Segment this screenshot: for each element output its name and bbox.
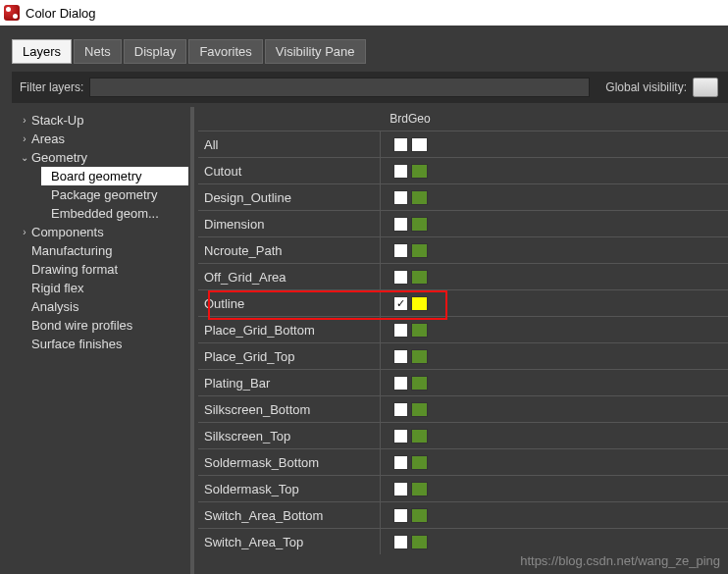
filter-input[interactable] — [89, 78, 590, 97]
tab-visibility-pane[interactable]: Visibility Pane — [265, 39, 366, 64]
tree-item-board-geometry[interactable]: Board geometry — [41, 167, 188, 185]
visibility-checkbox[interactable] — [393, 323, 408, 338]
layer-row: Plating_Bar — [198, 369, 728, 395]
layer-name: Design_Outline — [198, 184, 381, 210]
visibility-checkbox[interactable] — [393, 535, 408, 549]
visibility-checkbox[interactable] — [393, 402, 408, 417]
tree-item-rigid-flex[interactable]: Rigid flex — [14, 279, 188, 297]
layer-row: Off_Grid_Area — [198, 263, 728, 289]
visibility-checkbox[interactable] — [393, 482, 408, 496]
chevron-right-icon: › — [18, 115, 31, 126]
tree-item-package-geometry[interactable]: Package geometry — [14, 185, 188, 204]
layer-name: All — [198, 131, 381, 157]
layer-row: Ncroute_Path — [198, 236, 728, 263]
layer-name: Silkscreen_Top — [198, 423, 381, 448]
layer-row: Place_Grid_Bottom — [198, 316, 728, 342]
color-swatch[interactable] — [411, 455, 428, 470]
layer-name: Ncroute_Path — [198, 237, 381, 263]
visibility-checkbox[interactable] — [393, 349, 408, 364]
visibility-checkbox[interactable]: ✓ — [393, 296, 408, 311]
global-visibility-label: Global visibility: — [605, 80, 687, 94]
color-swatch[interactable] — [411, 482, 428, 496]
tree-item-analysis[interactable]: Analysis — [14, 297, 188, 316]
tree-item-embedded-geom[interactable]: Embedded geom... — [14, 204, 188, 223]
titlebar: Color Dialog — [0, 0, 728, 26]
color-swatch[interactable] — [411, 535, 428, 549]
tab-nets[interactable]: Nets — [74, 39, 122, 64]
app-icon — [4, 5, 20, 21]
layer-row: Soldermask_Top — [198, 475, 728, 501]
chevron-right-icon: › — [18, 133, 31, 144]
layer-row: Soldermask_Bottom — [198, 448, 728, 475]
tree-item-areas[interactable]: ›Areas — [14, 130, 188, 148]
chevron-down-icon: ⌄ — [18, 152, 31, 163]
layer-row: Dimension — [198, 210, 728, 236]
tree-item-surface-finishes[interactable]: Surface finishes — [14, 335, 188, 353]
grid-header: BrdGeo — [198, 107, 728, 130]
layer-row: Silkscreen_Top — [198, 422, 728, 448]
column-header-brdgeo: BrdGeo — [381, 112, 440, 126]
layer-row: Silkscreen_Bottom — [198, 395, 728, 422]
layer-name: Soldermask_Top — [198, 476, 381, 501]
layer-grid: BrdGeo AllCutoutDesign_OutlineDimensionN… — [198, 107, 728, 574]
color-swatch[interactable] — [411, 323, 428, 338]
visibility-checkbox[interactable] — [393, 455, 408, 470]
color-swatch[interactable] — [411, 349, 428, 364]
color-swatch[interactable] — [411, 508, 428, 523]
visibility-checkbox[interactable] — [393, 508, 408, 523]
layer-row: Cutout — [198, 157, 728, 183]
color-swatch[interactable] — [411, 164, 428, 179]
layer-tree: ›Stack-Up ›Areas ⌄Geometry Board geometr… — [12, 107, 194, 574]
visibility-checkbox[interactable] — [393, 376, 408, 391]
layer-name: Silkscreen_Bottom — [198, 396, 381, 422]
visibility-checkbox[interactable] — [393, 429, 408, 444]
tree-item-geometry[interactable]: ⌄Geometry — [14, 148, 188, 167]
layer-row: Outline✓ — [198, 289, 728, 316]
color-swatch[interactable] — [411, 270, 428, 285]
tab-display[interactable]: Display — [124, 39, 187, 64]
tree-item-components[interactable]: ›Components — [14, 223, 188, 241]
layer-row: Switch_Area_Top — [198, 528, 728, 554]
layer-name: Soldermask_Bottom — [198, 449, 381, 475]
layer-row: Switch_Area_Bottom — [198, 501, 728, 528]
color-swatch[interactable] — [411, 296, 428, 311]
visibility-checkbox[interactable] — [393, 137, 408, 152]
layer-name: Switch_Area_Bottom — [198, 502, 381, 528]
layer-row: Place_Grid_Top — [198, 342, 728, 369]
window-title: Color Dialog — [26, 6, 96, 21]
layer-row: All — [198, 130, 728, 157]
tab-favorites[interactable]: Favorites — [188, 39, 262, 64]
color-swatch[interactable] — [411, 137, 428, 152]
tree-item-stackup[interactable]: ›Stack-Up — [14, 111, 188, 130]
layer-name: Place_Grid_Top — [198, 343, 381, 369]
tree-item-drawing-format[interactable]: Drawing format — [14, 260, 188, 279]
tree-item-manufacturing[interactable]: Manufacturing — [14, 241, 188, 260]
visibility-checkbox[interactable] — [393, 270, 408, 285]
filter-label: Filter layers: — [20, 80, 83, 94]
chevron-right-icon: › — [18, 227, 31, 237]
tree-item-bond-wire[interactable]: Bond wire profiles — [14, 316, 188, 335]
filter-row: Filter layers: Global visibility: — [12, 72, 728, 103]
color-swatch[interactable] — [411, 376, 428, 391]
layer-name: Place_Grid_Bottom — [198, 317, 381, 342]
visibility-checkbox[interactable] — [393, 164, 408, 179]
layer-name: Switch_Area_Top — [198, 529, 381, 554]
tab-layers[interactable]: Layers — [12, 39, 72, 64]
layer-row: Design_Outline — [198, 183, 728, 210]
global-visibility-button[interactable] — [693, 78, 718, 97]
color-swatch[interactable] — [411, 429, 428, 444]
color-swatch[interactable] — [411, 217, 428, 232]
layer-name: Dimension — [198, 211, 381, 236]
tab-bar: Layers Nets Display Favorites Visibility… — [12, 39, 728, 64]
color-swatch[interactable] — [411, 190, 428, 205]
layer-name: Outline — [198, 290, 381, 316]
color-swatch[interactable] — [411, 402, 428, 417]
layer-name: Off_Grid_Area — [198, 264, 381, 289]
visibility-checkbox[interactable] — [393, 190, 408, 205]
visibility-checkbox[interactable] — [393, 217, 408, 232]
color-swatch[interactable] — [411, 243, 428, 258]
layer-name: Plating_Bar — [198, 370, 381, 395]
layer-name: Cutout — [198, 158, 381, 183]
visibility-checkbox[interactable] — [393, 243, 408, 258]
